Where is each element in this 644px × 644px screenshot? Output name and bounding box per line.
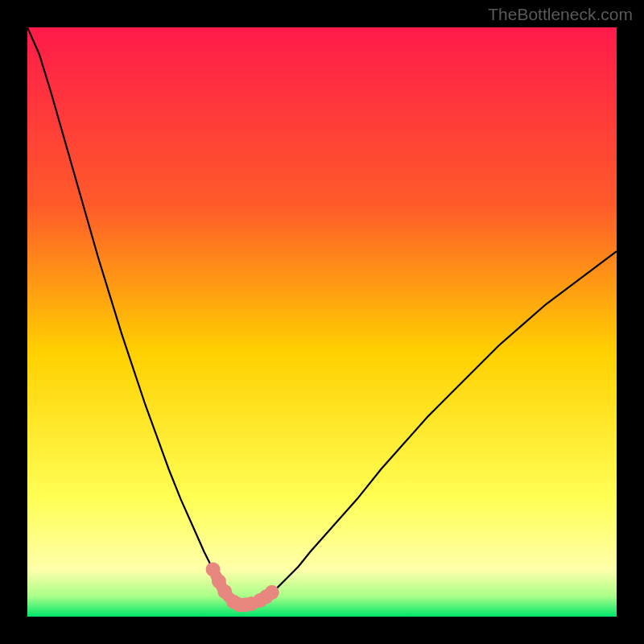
marker-dot	[265, 585, 279, 600]
chart-frame: TheBottleneck.com	[0, 0, 644, 644]
chart-svg	[27, 27, 617, 617]
gradient-background	[27, 27, 617, 617]
plot-area	[27, 27, 617, 617]
watermark-text: TheBottleneck.com	[488, 5, 633, 24]
